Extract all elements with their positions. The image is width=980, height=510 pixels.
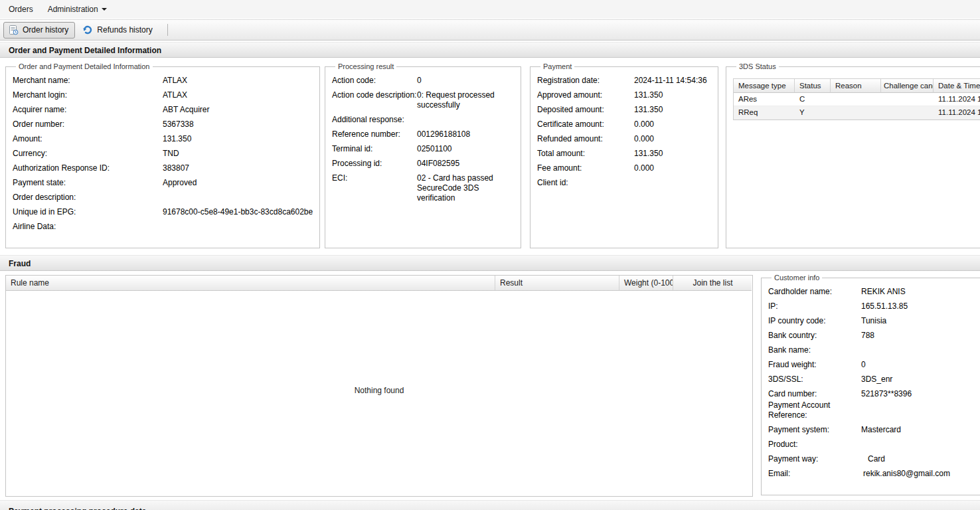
chevron-down-icon bbox=[102, 8, 107, 11]
field-value: 0: Request processed successfully bbox=[417, 90, 514, 110]
field-value: 91678c00-c5e8-49e1-bb3c-83cd8ca602be bbox=[163, 207, 313, 217]
menu-administration-label: Administration bbox=[48, 5, 98, 14]
field-label: Payment state: bbox=[13, 178, 163, 188]
field-deposited-amount: Deposited amount:131.350 bbox=[537, 105, 711, 115]
field-additional-response: Additional response: bbox=[332, 115, 514, 125]
toolbar: Order history Refunds history bbox=[0, 19, 980, 41]
field-label: Airline Data: bbox=[13, 222, 163, 232]
field-value: Approved bbox=[163, 178, 313, 188]
field-value: rekik.anis80@gmail.com bbox=[861, 469, 980, 479]
field-value: 0 bbox=[417, 76, 514, 86]
field-ip: IP:165.51.13.85 bbox=[768, 301, 980, 311]
column-header-status[interactable]: Status bbox=[795, 79, 831, 93]
column-header-rule-name[interactable]: Rule name bbox=[6, 276, 495, 291]
cell-message-type: ARes bbox=[734, 93, 795, 106]
fraud-section-title: Fraud bbox=[0, 255, 980, 271]
field-label: Merchant login: bbox=[13, 90, 163, 100]
customer-info-fieldset: Customer info Cardholder name:REKIK ANIS… bbox=[761, 274, 980, 495]
field-merchant-name: Merchant name:ATLAX bbox=[13, 76, 313, 86]
field-auth-response-id: Authorization Response ID:383807 bbox=[13, 163, 313, 173]
cell-date-time: 11.11.2024 1 bbox=[934, 106, 980, 120]
field-label: IP country code: bbox=[768, 316, 861, 326]
field-fraud-weight: Fraud weight:0 bbox=[768, 360, 980, 370]
field-bank-country: Bank country:788 bbox=[768, 331, 980, 341]
column-header-date-time[interactable]: Date & Time bbox=[934, 79, 980, 93]
field-value: Tunisia bbox=[861, 316, 980, 326]
field-value: ATLAX bbox=[163, 90, 313, 100]
cell-status: Y bbox=[795, 106, 831, 120]
field-label: Deposited amount: bbox=[537, 105, 634, 115]
field-acquirer-name: Acquirer name:ABT Acquirer bbox=[13, 105, 313, 115]
field-label: ECI: bbox=[332, 173, 417, 203]
cell-reason bbox=[831, 106, 881, 120]
field-value: 521873**8396 bbox=[861, 389, 980, 399]
field-card-number: Card number:521873**8396 bbox=[768, 389, 980, 399]
field-processing-id: Processing id:04IF082595 bbox=[332, 159, 514, 169]
field-refunded-amount: Refunded amount:0.000 bbox=[537, 134, 711, 144]
field-airline-data: Airline Data: bbox=[13, 222, 313, 232]
field-eci: ECI:02 - Card has passed SecureCode 3DS … bbox=[332, 173, 514, 203]
field-action-code-description: Action code description:0: Request proce… bbox=[332, 90, 514, 110]
field-approved-amount: Approved amount:131.350 bbox=[537, 90, 711, 100]
field-cardholder-name: Cardholder name:REKIK ANIS bbox=[768, 287, 980, 297]
fraud-empty-message: Nothing found bbox=[6, 291, 752, 490]
three-ds-status-fieldset: 3DS Status Message type Status Reason Ch… bbox=[726, 62, 980, 248]
field-label: Action code: bbox=[332, 76, 417, 86]
processing-result-fieldset: Processing result Action code:0 Action c… bbox=[325, 62, 521, 248]
fraud-table: Rule name Result Weight (0-100) Join the… bbox=[5, 275, 753, 497]
field-3ds-ssl: 3DS/SSL:3DS_enr bbox=[768, 375, 980, 384]
field-label: Reference number: bbox=[332, 129, 417, 139]
column-header-reason[interactable]: Reason bbox=[831, 79, 881, 93]
cell-challenge-cancel bbox=[881, 93, 934, 106]
field-merchant-login: Merchant login:ATLAX bbox=[13, 90, 313, 100]
field-value: 3DS_enr bbox=[861, 375, 980, 384]
field-label: Amount: bbox=[13, 134, 163, 144]
field-product: Product: bbox=[768, 440, 980, 450]
field-currency: Currency:TND bbox=[13, 149, 313, 159]
field-value: 0.000 bbox=[634, 120, 711, 129]
field-label: Payment Account Reference: bbox=[768, 400, 861, 420]
field-label: Total amount: bbox=[537, 149, 634, 159]
field-order-description: Order description: bbox=[13, 193, 313, 203]
three-ds-status-legend: 3DS Status bbox=[736, 62, 779, 70]
cell-reason bbox=[831, 93, 881, 106]
column-header-message-type[interactable]: Message type bbox=[734, 79, 795, 93]
field-unique-id-epg: Unique id in EPG:91678c00-c5e8-49e1-bb3c… bbox=[13, 207, 313, 217]
field-reference-number: Reference number:001296188108 bbox=[332, 129, 514, 139]
menu-bar: Orders Administration bbox=[0, 0, 980, 19]
field-label: Payment way: bbox=[768, 454, 861, 464]
payment-legend: Payment bbox=[540, 62, 574, 70]
field-label: Fraud weight: bbox=[768, 360, 861, 370]
three-ds-row-rreq[interactable]: RReq Y 11.11.2024 1 bbox=[734, 106, 980, 120]
field-amount: Amount:131.350 bbox=[13, 134, 313, 144]
field-label: Payment system: bbox=[768, 425, 861, 435]
cell-status: C bbox=[795, 93, 831, 106]
field-label: Unique id in EPG: bbox=[13, 207, 163, 217]
field-value: ATLAX bbox=[163, 76, 313, 86]
field-value bbox=[163, 193, 313, 203]
field-label: Action code description: bbox=[332, 90, 417, 110]
menu-orders-label: Orders bbox=[9, 5, 33, 14]
customer-info-legend: Customer info bbox=[772, 274, 822, 282]
field-value: TND bbox=[163, 149, 313, 159]
column-header-challenge-cancel[interactable]: Challenge cancel bbox=[881, 79, 934, 93]
column-header-join-the-list[interactable]: Join the list bbox=[673, 276, 752, 291]
column-header-result[interactable]: Result bbox=[495, 276, 619, 291]
refunds-history-button[interactable]: Refunds history bbox=[78, 22, 159, 39]
menu-administration[interactable]: Administration bbox=[48, 5, 107, 14]
field-value: 383807 bbox=[163, 163, 313, 173]
field-ip-country-code: IP country code:Tunisia bbox=[768, 316, 980, 326]
order-history-button[interactable]: Order history bbox=[3, 22, 75, 39]
menu-orders[interactable]: Orders bbox=[9, 5, 33, 14]
field-value: 165.51.13.85 bbox=[861, 301, 980, 311]
field-registration-date: Registration date:2024-11-11 14:54:36 bbox=[537, 76, 711, 86]
field-value: 04IF082595 bbox=[417, 159, 514, 169]
three-ds-row-ares[interactable]: ARes C 11.11.2024 1 bbox=[734, 93, 980, 106]
field-value: 2024-11-11 14:54:36 bbox=[634, 76, 711, 86]
column-header-weight[interactable]: Weight (0-100) bbox=[619, 276, 673, 291]
cell-message-type: RReq bbox=[734, 106, 795, 120]
order-info-fieldset: Order and Payment Detailed Information M… bbox=[5, 62, 320, 248]
field-certificate-amount: Certificate amount:0.000 bbox=[537, 120, 711, 129]
field-value: 131.350 bbox=[634, 105, 711, 115]
field-client-id: Client id: bbox=[537, 178, 711, 188]
